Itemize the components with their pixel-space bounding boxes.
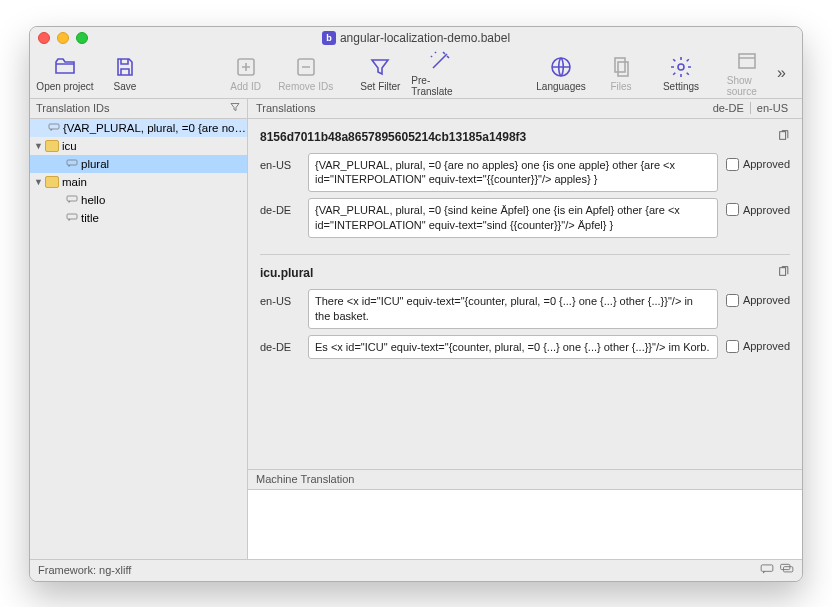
svg-rect-4 [618, 62, 628, 76]
translation-text-input[interactable]: There <x id="ICU" equiv-text="{counter, … [308, 289, 718, 329]
row-locale: de-DE [260, 198, 300, 216]
open-project-button[interactable]: Open project [36, 55, 94, 92]
entry-id: 8156d7011b48a8657895605214cb13185a1498f3 [260, 130, 526, 144]
filter-icon[interactable] [229, 101, 241, 115]
approved-checkbox[interactable]: Approved [726, 335, 790, 353]
mt-body [248, 490, 802, 559]
message-icon [66, 212, 78, 224]
message-icon [48, 122, 60, 134]
tree-folder-icu[interactable]: ▼ icu [30, 137, 247, 155]
svg-point-5 [678, 64, 684, 70]
languages-button[interactable]: Languages [532, 55, 590, 92]
svg-rect-8 [67, 160, 77, 165]
source-icon [735, 49, 759, 73]
locale-tabs: de-DE en-US [707, 102, 794, 114]
tree-item-title[interactable]: title [30, 209, 247, 227]
tree-item-plural[interactable]: plural [30, 155, 247, 173]
pre-translate-button[interactable]: Pre-Translate [411, 49, 469, 97]
filter-icon [368, 55, 392, 79]
svg-rect-13 [761, 565, 773, 571]
translation-entry: 8156d7011b48a8657895605214cb13185a1498f3… [260, 129, 790, 255]
locale-tab-de[interactable]: de-DE [707, 102, 750, 114]
row-locale: en-US [260, 153, 300, 171]
add-id-button[interactable]: Add ID [217, 55, 275, 92]
message-icon [66, 194, 78, 206]
tree-item-hello[interactable]: hello [30, 191, 247, 209]
svg-rect-3 [615, 58, 625, 72]
tree-label: main [62, 176, 87, 188]
folder-open-icon [53, 55, 77, 79]
main-area: Translation IDs {VAR_PLURAL, plural, =0 … [30, 99, 802, 559]
mt-header: Machine Translation [248, 470, 802, 490]
svg-rect-11 [780, 131, 786, 139]
approved-checkbox[interactable]: Approved [726, 198, 790, 216]
close-window-button[interactable] [38, 32, 50, 44]
add-icon [234, 55, 258, 79]
remove-ids-button[interactable]: Remove IDs [277, 55, 335, 92]
sidebar-header: Translation IDs [30, 99, 247, 119]
save-icon [113, 55, 137, 79]
tree-label: icu [62, 140, 77, 152]
chat-stack-icon[interactable] [780, 563, 794, 577]
svg-rect-6 [739, 54, 755, 68]
tree-label: title [81, 212, 99, 224]
save-button[interactable]: Save [96, 55, 154, 92]
svg-rect-9 [67, 196, 77, 201]
settings-button[interactable]: Settings [652, 55, 710, 92]
wand-icon [428, 49, 452, 73]
svg-rect-7 [49, 124, 59, 129]
app-icon: b [322, 31, 336, 45]
copy-icon[interactable] [777, 129, 790, 145]
toolbar: Open project Save Add ID Remove IDs Set … [30, 49, 802, 99]
show-source-button[interactable]: Show source [727, 49, 767, 97]
set-filter-button[interactable]: Set Filter [351, 49, 409, 97]
translation-text-input[interactable]: {VAR_PLURAL, plural, =0 {are no apples} … [308, 153, 718, 193]
tree-label: hello [81, 194, 105, 206]
translation-text-input[interactable]: Es <x id="ICU" equiv-text="{counter, plu… [308, 335, 718, 360]
locale-tab-en[interactable]: en-US [750, 102, 794, 114]
disclosure-icon[interactable]: ▼ [34, 141, 42, 151]
message-icon [66, 158, 78, 170]
framework-label: Framework: ng-xliff [38, 564, 131, 576]
files-icon [609, 55, 633, 79]
row-locale: de-DE [260, 335, 300, 353]
translations-header: Translations de-DE en-US [248, 99, 802, 119]
translations-list: 8156d7011b48a8657895605214cb13185a1498f3… [248, 119, 802, 469]
svg-rect-12 [780, 268, 786, 276]
remove-icon [294, 55, 318, 79]
minimize-window-button[interactable] [57, 32, 69, 44]
translation-row: de-DE {VAR_PLURAL, plural, =0 {sind kein… [260, 198, 790, 238]
files-button[interactable]: Files [592, 55, 650, 92]
translation-row: en-US There <x id="ICU" equiv-text="{cou… [260, 289, 790, 329]
content-area: Translations de-DE en-US 8156d7011b48a86… [248, 99, 802, 559]
zoom-window-button[interactable] [76, 32, 88, 44]
copy-icon[interactable] [777, 265, 790, 281]
chat-icon[interactable] [760, 563, 774, 577]
app-window: b angular-localization-demo.babel Open p… [29, 26, 803, 582]
statusbar: Framework: ng-xliff [30, 559, 802, 581]
translation-row: en-US {VAR_PLURAL, plural, =0 {are no ap… [260, 153, 790, 193]
entry-id: icu.plural [260, 266, 313, 280]
translation-id-tree[interactable]: {VAR_PLURAL, plural, =0 {are no… ▼ icu p… [30, 119, 247, 559]
approved-checkbox[interactable]: Approved [726, 153, 790, 171]
machine-translation-section: Machine Translation [248, 469, 802, 559]
disclosure-icon[interactable]: ▼ [34, 177, 42, 187]
sidebar: Translation IDs {VAR_PLURAL, plural, =0 … [30, 99, 248, 559]
window-controls [38, 32, 88, 44]
translation-text-input[interactable]: {VAR_PLURAL, plural, =0 {sind keine Äpfe… [308, 198, 718, 238]
tree-folder-main[interactable]: ▼ main [30, 173, 247, 191]
folder-icon [45, 140, 59, 152]
globe-icon [549, 55, 573, 79]
folder-icon [45, 176, 59, 188]
titlebar: b angular-localization-demo.babel [30, 27, 802, 49]
approved-checkbox[interactable]: Approved [726, 289, 790, 307]
svg-rect-10 [67, 214, 77, 219]
tree-label: plural [81, 158, 109, 170]
translation-row: de-DE Es <x id="ICU" equiv-text="{counte… [260, 335, 790, 360]
translation-entry: icu.plural en-US There <x id="ICU" equiv… [260, 265, 790, 376]
toolbar-overflow-button[interactable]: » [767, 64, 796, 82]
window-title: b angular-localization-demo.babel [30, 31, 802, 45]
tree-item[interactable]: {VAR_PLURAL, plural, =0 {are no… [30, 119, 247, 137]
row-locale: en-US [260, 289, 300, 307]
tree-label: {VAR_PLURAL, plural, =0 {are no… [63, 122, 246, 134]
